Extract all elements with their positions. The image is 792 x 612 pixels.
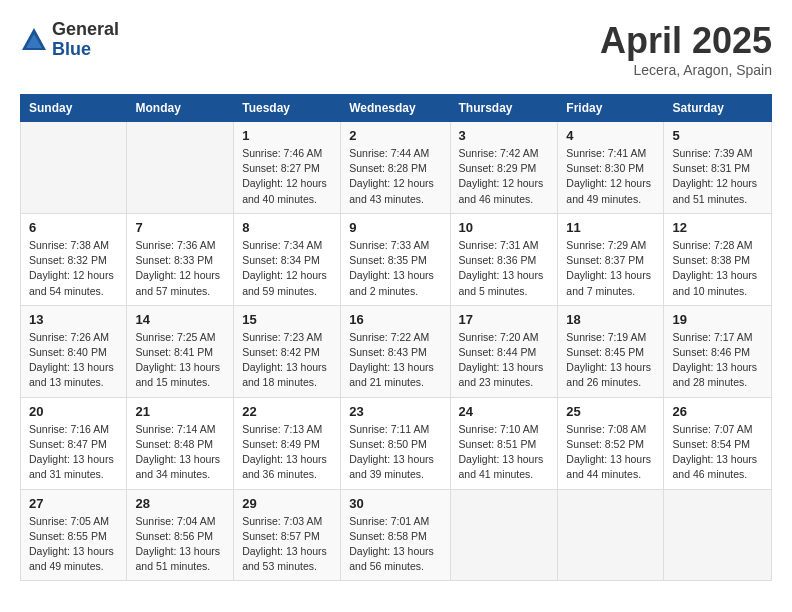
day-info: Sunrise: 7:01 AMSunset: 8:58 PMDaylight:… [349, 514, 441, 575]
day-info: Sunrise: 7:29 AMSunset: 8:37 PMDaylight:… [566, 238, 655, 299]
day-number: 6 [29, 220, 118, 235]
day-number: 12 [672, 220, 763, 235]
day-number: 9 [349, 220, 441, 235]
calendar-cell: 18Sunrise: 7:19 AMSunset: 8:45 PMDayligh… [558, 305, 664, 397]
calendar-cell [127, 122, 234, 214]
calendar-week-4: 27Sunrise: 7:05 AMSunset: 8:55 PMDayligh… [21, 489, 772, 581]
day-number: 2 [349, 128, 441, 143]
day-info: Sunrise: 7:31 AMSunset: 8:36 PMDaylight:… [459, 238, 550, 299]
day-number: 28 [135, 496, 225, 511]
day-number: 30 [349, 496, 441, 511]
day-info: Sunrise: 7:14 AMSunset: 8:48 PMDaylight:… [135, 422, 225, 483]
day-number: 24 [459, 404, 550, 419]
day-number: 27 [29, 496, 118, 511]
weekday-header-wednesday: Wednesday [341, 95, 450, 122]
day-info: Sunrise: 7:42 AMSunset: 8:29 PMDaylight:… [459, 146, 550, 207]
day-info: Sunrise: 7:44 AMSunset: 8:28 PMDaylight:… [349, 146, 441, 207]
logo-text: General Blue [52, 20, 119, 60]
day-number: 26 [672, 404, 763, 419]
calendar-cell: 28Sunrise: 7:04 AMSunset: 8:56 PMDayligh… [127, 489, 234, 581]
calendar-cell: 30Sunrise: 7:01 AMSunset: 8:58 PMDayligh… [341, 489, 450, 581]
day-info: Sunrise: 7:16 AMSunset: 8:47 PMDaylight:… [29, 422, 118, 483]
day-info: Sunrise: 7:36 AMSunset: 8:33 PMDaylight:… [135, 238, 225, 299]
day-number: 25 [566, 404, 655, 419]
day-info: Sunrise: 7:28 AMSunset: 8:38 PMDaylight:… [672, 238, 763, 299]
day-info: Sunrise: 7:38 AMSunset: 8:32 PMDaylight:… [29, 238, 118, 299]
weekday-header-thursday: Thursday [450, 95, 558, 122]
weekday-header-tuesday: Tuesday [234, 95, 341, 122]
calendar-cell: 8Sunrise: 7:34 AMSunset: 8:34 PMDaylight… [234, 213, 341, 305]
day-number: 11 [566, 220, 655, 235]
calendar-cell: 29Sunrise: 7:03 AMSunset: 8:57 PMDayligh… [234, 489, 341, 581]
title-block: April 2025 Lecera, Aragon, Spain [600, 20, 772, 78]
day-number: 15 [242, 312, 332, 327]
calendar-table: SundayMondayTuesdayWednesdayThursdayFrid… [20, 94, 772, 581]
calendar-week-3: 20Sunrise: 7:16 AMSunset: 8:47 PMDayligh… [21, 397, 772, 489]
day-info: Sunrise: 7:11 AMSunset: 8:50 PMDaylight:… [349, 422, 441, 483]
calendar-cell: 6Sunrise: 7:38 AMSunset: 8:32 PMDaylight… [21, 213, 127, 305]
location: Lecera, Aragon, Spain [600, 62, 772, 78]
calendar-cell: 5Sunrise: 7:39 AMSunset: 8:31 PMDaylight… [664, 122, 772, 214]
calendar-cell: 14Sunrise: 7:25 AMSunset: 8:41 PMDayligh… [127, 305, 234, 397]
calendar-cell [450, 489, 558, 581]
calendar-week-1: 6Sunrise: 7:38 AMSunset: 8:32 PMDaylight… [21, 213, 772, 305]
weekday-header-friday: Friday [558, 95, 664, 122]
day-info: Sunrise: 7:17 AMSunset: 8:46 PMDaylight:… [672, 330, 763, 391]
calendar-body: 1Sunrise: 7:46 AMSunset: 8:27 PMDaylight… [21, 122, 772, 581]
calendar-cell: 21Sunrise: 7:14 AMSunset: 8:48 PMDayligh… [127, 397, 234, 489]
day-info: Sunrise: 7:20 AMSunset: 8:44 PMDaylight:… [459, 330, 550, 391]
calendar-week-2: 13Sunrise: 7:26 AMSunset: 8:40 PMDayligh… [21, 305, 772, 397]
calendar-cell: 25Sunrise: 7:08 AMSunset: 8:52 PMDayligh… [558, 397, 664, 489]
day-info: Sunrise: 7:13 AMSunset: 8:49 PMDaylight:… [242, 422, 332, 483]
calendar-cell: 1Sunrise: 7:46 AMSunset: 8:27 PMDaylight… [234, 122, 341, 214]
calendar-cell: 10Sunrise: 7:31 AMSunset: 8:36 PMDayligh… [450, 213, 558, 305]
day-number: 29 [242, 496, 332, 511]
day-number: 1 [242, 128, 332, 143]
day-info: Sunrise: 7:22 AMSunset: 8:43 PMDaylight:… [349, 330, 441, 391]
day-number: 13 [29, 312, 118, 327]
day-info: Sunrise: 7:39 AMSunset: 8:31 PMDaylight:… [672, 146, 763, 207]
calendar-header: SundayMondayTuesdayWednesdayThursdayFrid… [21, 95, 772, 122]
calendar-cell: 11Sunrise: 7:29 AMSunset: 8:37 PMDayligh… [558, 213, 664, 305]
logo-general-text: General [52, 20, 119, 40]
day-info: Sunrise: 7:41 AMSunset: 8:30 PMDaylight:… [566, 146, 655, 207]
day-info: Sunrise: 7:25 AMSunset: 8:41 PMDaylight:… [135, 330, 225, 391]
calendar-cell: 16Sunrise: 7:22 AMSunset: 8:43 PMDayligh… [341, 305, 450, 397]
day-number: 19 [672, 312, 763, 327]
calendar-cell: 12Sunrise: 7:28 AMSunset: 8:38 PMDayligh… [664, 213, 772, 305]
day-number: 23 [349, 404, 441, 419]
weekday-header-monday: Monday [127, 95, 234, 122]
month-title: April 2025 [600, 20, 772, 62]
calendar-cell: 22Sunrise: 7:13 AMSunset: 8:49 PMDayligh… [234, 397, 341, 489]
calendar-cell: 9Sunrise: 7:33 AMSunset: 8:35 PMDaylight… [341, 213, 450, 305]
day-info: Sunrise: 7:04 AMSunset: 8:56 PMDaylight:… [135, 514, 225, 575]
calendar-cell: 15Sunrise: 7:23 AMSunset: 8:42 PMDayligh… [234, 305, 341, 397]
day-info: Sunrise: 7:07 AMSunset: 8:54 PMDaylight:… [672, 422, 763, 483]
day-number: 17 [459, 312, 550, 327]
day-number: 20 [29, 404, 118, 419]
day-info: Sunrise: 7:46 AMSunset: 8:27 PMDaylight:… [242, 146, 332, 207]
calendar-cell: 7Sunrise: 7:36 AMSunset: 8:33 PMDaylight… [127, 213, 234, 305]
logo-icon [20, 26, 48, 54]
calendar-cell: 17Sunrise: 7:20 AMSunset: 8:44 PMDayligh… [450, 305, 558, 397]
day-number: 14 [135, 312, 225, 327]
day-number: 3 [459, 128, 550, 143]
logo: General Blue [20, 20, 119, 60]
calendar-cell: 23Sunrise: 7:11 AMSunset: 8:50 PMDayligh… [341, 397, 450, 489]
weekday-header-sunday: Sunday [21, 95, 127, 122]
day-number: 8 [242, 220, 332, 235]
calendar-week-0: 1Sunrise: 7:46 AMSunset: 8:27 PMDaylight… [21, 122, 772, 214]
day-number: 4 [566, 128, 655, 143]
calendar-cell: 13Sunrise: 7:26 AMSunset: 8:40 PMDayligh… [21, 305, 127, 397]
day-number: 18 [566, 312, 655, 327]
day-number: 16 [349, 312, 441, 327]
day-number: 5 [672, 128, 763, 143]
day-info: Sunrise: 7:33 AMSunset: 8:35 PMDaylight:… [349, 238, 441, 299]
weekday-header-saturday: Saturday [664, 95, 772, 122]
day-number: 22 [242, 404, 332, 419]
day-info: Sunrise: 7:23 AMSunset: 8:42 PMDaylight:… [242, 330, 332, 391]
calendar-cell: 27Sunrise: 7:05 AMSunset: 8:55 PMDayligh… [21, 489, 127, 581]
day-info: Sunrise: 7:03 AMSunset: 8:57 PMDaylight:… [242, 514, 332, 575]
day-info: Sunrise: 7:05 AMSunset: 8:55 PMDaylight:… [29, 514, 118, 575]
logo-blue-text: Blue [52, 40, 119, 60]
